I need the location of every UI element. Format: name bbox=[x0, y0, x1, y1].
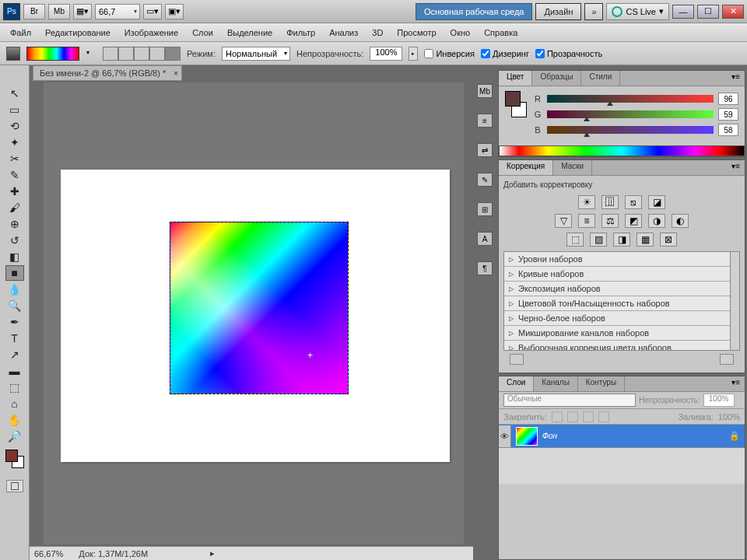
menu-filter[interactable]: Фильтр bbox=[279, 26, 322, 40]
panel-menu-icon[interactable]: ▾≡ bbox=[727, 376, 745, 391]
tool-preset-icon[interactable] bbox=[6, 47, 20, 61]
lock-transparency-icon[interactable] bbox=[598, 411, 609, 422]
adj-exposure-icon[interactable]: ◪ bbox=[648, 195, 665, 209]
tab-styles[interactable]: Стили bbox=[581, 71, 620, 86]
gradient-tool[interactable]: ■ bbox=[5, 265, 24, 281]
preset-row[interactable]: ▷Экспозиция наборов bbox=[504, 282, 739, 296]
tab-channels[interactable]: Каналы bbox=[534, 376, 578, 391]
tab-color[interactable]: Цвет bbox=[499, 71, 532, 86]
quick-mask-toggle[interactable] bbox=[6, 480, 23, 492]
gradient-radial[interactable] bbox=[118, 47, 134, 61]
window-minimize-button[interactable]: — bbox=[672, 5, 694, 19]
b-slider[interactable] bbox=[547, 126, 714, 134]
tab-adjustments[interactable]: Коррекция bbox=[499, 160, 553, 175]
menu-window[interactable]: Окно bbox=[444, 26, 478, 40]
r-input[interactable] bbox=[718, 93, 738, 105]
zoom-level-dropdown[interactable]: 66,7 bbox=[95, 4, 140, 19]
foreground-color[interactable] bbox=[5, 450, 18, 462]
path-select-tool[interactable]: ↗ bbox=[5, 347, 24, 362]
foreground-swatch[interactable] bbox=[505, 91, 521, 107]
crop-tool[interactable]: ✂ bbox=[5, 151, 24, 166]
tab-paths[interactable]: Контуры bbox=[578, 376, 625, 391]
cs-live-button[interactable]: CS Live▾ bbox=[606, 3, 669, 20]
fill-input[interactable]: 100% bbox=[718, 412, 740, 422]
menu-image[interactable]: Изображение bbox=[117, 26, 185, 40]
menu-help[interactable]: Справка bbox=[477, 26, 524, 40]
dock-history-icon[interactable]: ≡ bbox=[477, 114, 493, 128]
bridge-button[interactable]: Br bbox=[23, 4, 45, 19]
layer-row[interactable]: 👁 Фон 🔒 bbox=[499, 425, 745, 448]
lock-position-icon[interactable] bbox=[567, 411, 578, 422]
gradient-picker[interactable] bbox=[26, 47, 79, 61]
preset-row[interactable]: ▷Уровни наборов bbox=[504, 252, 739, 267]
menu-edit[interactable]: Редактирование bbox=[38, 26, 117, 40]
type-tool[interactable]: T bbox=[5, 331, 24, 346]
workspace-more-button[interactable]: » bbox=[584, 3, 603, 20]
adj-levels-icon[interactable]: ⿲ bbox=[601, 195, 619, 209]
blur-tool[interactable]: 💧 bbox=[5, 282, 24, 297]
preset-row[interactable]: ▷Черно-белое наборов bbox=[504, 311, 739, 326]
gradient-diamond[interactable] bbox=[165, 47, 181, 61]
dock-properties-icon[interactable]: ⇄ bbox=[477, 143, 493, 157]
adj-brightness-icon[interactable]: ☀ bbox=[578, 195, 595, 209]
lock-pixels-icon[interactable] bbox=[552, 411, 563, 422]
dock-clone-icon[interactable]: ⊞ bbox=[477, 202, 493, 216]
adj-posterize-icon[interactable]: ▨ bbox=[590, 233, 607, 247]
adj-mixer-icon[interactable]: ◐ bbox=[672, 214, 689, 228]
blend-mode-select[interactable]: Обычные bbox=[503, 394, 636, 407]
preset-row[interactable]: ▷Цветовой тон/Насыщенность наборов bbox=[504, 296, 739, 311]
pen-tool[interactable]: ✒ bbox=[5, 314, 24, 330]
3d-tool[interactable]: ⬚ bbox=[5, 380, 24, 395]
arrange-dropdown[interactable]: ▭▾ bbox=[143, 4, 162, 19]
adj-invert-icon[interactable]: ⬚ bbox=[566, 233, 584, 247]
adj-hue-icon[interactable]: ≡ bbox=[578, 214, 595, 228]
marquee-tool[interactable]: ▭ bbox=[5, 102, 24, 117]
adj-curves-icon[interactable]: ⧅ bbox=[625, 195, 642, 209]
adj-return-icon[interactable] bbox=[510, 354, 524, 365]
tab-masks[interactable]: Маски bbox=[553, 160, 592, 175]
adj-threshold-icon[interactable]: ◨ bbox=[613, 233, 630, 247]
history-brush-tool[interactable]: ↺ bbox=[5, 233, 24, 248]
shape-tool[interactable]: ▬ bbox=[5, 363, 24, 379]
color-swatches[interactable] bbox=[5, 450, 24, 468]
adj-photo-filter-icon[interactable]: ◑ bbox=[648, 214, 665, 228]
color-spectrum[interactable] bbox=[499, 145, 745, 156]
minibridge-button[interactable]: Mb bbox=[48, 4, 70, 19]
inverse-checkbox[interactable]: Инверсия bbox=[424, 49, 475, 58]
opacity-input[interactable]: 100% bbox=[370, 47, 402, 61]
opacity-flyout[interactable]: ▸ bbox=[409, 47, 418, 61]
stamp-tool[interactable]: ⊕ bbox=[5, 216, 24, 232]
layer-thumbnail[interactable] bbox=[516, 427, 538, 446]
layer-name[interactable]: Фон bbox=[542, 432, 557, 440]
preset-row[interactable]: ▷Микширование каналов наборов bbox=[504, 326, 739, 341]
eraser-tool[interactable]: ◧ bbox=[5, 249, 24, 264]
tab-layers[interactable]: Слои bbox=[499, 376, 534, 391]
quick-select-tool[interactable]: ✦ bbox=[5, 135, 24, 150]
eyedropper-tool[interactable]: ✎ bbox=[5, 167, 24, 183]
g-slider[interactable] bbox=[547, 110, 714, 118]
b-input[interactable] bbox=[718, 124, 738, 136]
window-close-button[interactable]: ✕ bbox=[722, 5, 744, 19]
adj-balance-icon[interactable]: ⚖ bbox=[601, 214, 619, 228]
document-tab[interactable]: Без имени-2 @ 66,7% (RGB/8) * × bbox=[33, 65, 182, 81]
dodge-tool[interactable]: 🔍 bbox=[5, 298, 24, 313]
gradient-angle[interactable] bbox=[134, 47, 149, 61]
color-preview[interactable] bbox=[505, 91, 527, 117]
camera-tool[interactable]: ⌂ bbox=[5, 396, 24, 411]
menu-select[interactable]: Выделение bbox=[220, 26, 279, 40]
menu-view[interactable]: Просмотр bbox=[390, 26, 443, 40]
menu-file[interactable]: Файл bbox=[3, 26, 38, 40]
layer-opacity-input[interactable]: 100% bbox=[703, 394, 735, 407]
window-maximize-button[interactable]: ☐ bbox=[697, 5, 719, 19]
zoom-tool[interactable]: 🔎 bbox=[5, 429, 24, 444]
menu-3d[interactable]: 3D bbox=[365, 26, 390, 40]
dock-paragraph-icon[interactable]: ¶ bbox=[477, 261, 493, 275]
workspace-essentials-button[interactable]: Основная рабочая среда bbox=[416, 3, 533, 20]
blend-mode-select[interactable]: Нормальный bbox=[222, 47, 290, 61]
gradient-reflected[interactable] bbox=[149, 47, 165, 61]
tab-swatches[interactable]: Образцы bbox=[532, 71, 581, 86]
preset-row[interactable]: ▷Выборочная коррекция цвета наборов bbox=[504, 341, 739, 351]
workspace-design-button[interactable]: Дизайн bbox=[535, 3, 581, 20]
preset-scrollbar[interactable] bbox=[730, 252, 739, 350]
healing-tool[interactable]: ✚ bbox=[5, 184, 24, 199]
